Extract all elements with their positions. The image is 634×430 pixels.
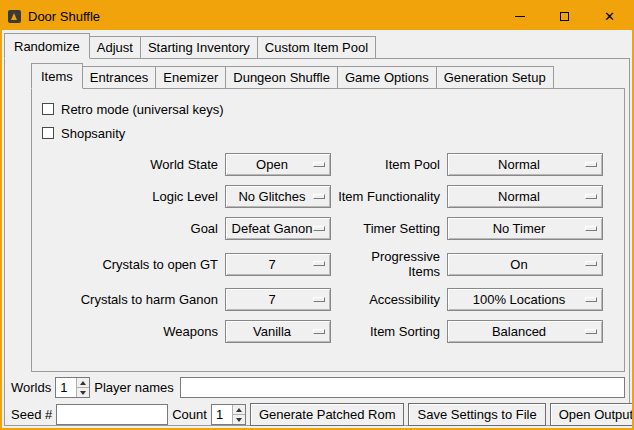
worlds-value: 1 [56, 378, 76, 397]
titlebar[interactable]: Door Shuffle ✕ [2, 2, 632, 30]
form-row: Crystals to open GT 7 Progressive Items … [40, 249, 616, 279]
worlds-spin-buttons [76, 378, 89, 397]
player-names-input[interactable] [180, 377, 625, 398]
goal-dropdown[interactable]: Defeat Ganon [225, 217, 331, 240]
shopsanity-checkbox[interactable] [42, 127, 54, 139]
item-pool-label: Item Pool [338, 157, 440, 172]
retro-mode-checkbox-row[interactable]: Retro mode (universal keys) [42, 97, 616, 121]
settings-form: World State Open Item Pool Normal [40, 153, 616, 343]
retro-mode-checkbox[interactable] [42, 103, 54, 115]
form-row: World State Open Item Pool Normal [40, 153, 616, 176]
tab-items[interactable]: Items [31, 63, 83, 89]
dropdown-value: No Timer [493, 221, 546, 236]
logic-level-dropdown[interactable]: No Glitches [225, 185, 331, 208]
dropdown-value: On [510, 257, 527, 272]
dropdown-indicator-icon [585, 297, 597, 302]
spin-down-icon [80, 391, 86, 395]
accessibility-label: Accessibility [338, 292, 440, 307]
tab-entrances[interactable]: Entrances [82, 66, 157, 89]
bottom-controls: Worlds 1 Player names Seed # Count [5, 372, 629, 430]
progressive-items-dropdown[interactable]: On [447, 253, 603, 276]
dropdown-indicator-icon [585, 261, 597, 266]
form-row: Crystals to harm Ganon 7 Accessibility 1… [40, 288, 616, 311]
retro-mode-label: Retro mode (universal keys) [61, 102, 224, 117]
crystals-gt-label: Crystals to open GT [40, 257, 218, 272]
dropdown-indicator-icon [313, 297, 325, 302]
dropdown-indicator-icon [585, 226, 597, 231]
shopsanity-checkbox-row[interactable]: Shopsanity [42, 121, 616, 145]
tab-custom-item-pool[interactable]: Custom Item Pool [257, 36, 376, 59]
spin-up-icon [236, 408, 242, 412]
dropdown-indicator-icon [585, 329, 597, 334]
tab-enemizer[interactable]: Enemizer [155, 66, 226, 89]
count-label: Count [172, 407, 207, 422]
dropdown-indicator-icon [313, 226, 325, 231]
tab-adjust[interactable]: Adjust [89, 36, 141, 59]
item-sorting-dropdown[interactable]: Balanced [447, 320, 603, 343]
worlds-spinbox[interactable]: 1 [55, 377, 90, 398]
close-icon: ✕ [604, 10, 615, 23]
world-state-dropdown[interactable]: Open [225, 153, 331, 176]
tab-game-options[interactable]: Game Options [337, 66, 437, 89]
count-spinbox[interactable]: 1 [211, 404, 246, 425]
items-tab-panel: Retro mode (universal keys) Shopsanity W… [31, 89, 625, 372]
dropdown-value: Open [256, 157, 288, 172]
seed-input[interactable] [56, 404, 168, 425]
open-output-directory-button[interactable]: Open Output Directory [550, 403, 634, 426]
dropdown-value: Vanilla [253, 324, 291, 339]
count-spin-buttons [232, 405, 245, 424]
seed-row: Seed # Count 1 Generate Patched Rom Save… [9, 403, 625, 426]
maximize-button[interactable] [542, 2, 587, 30]
item-functionality-dropdown[interactable]: Normal [447, 185, 603, 208]
count-value: 1 [212, 405, 232, 424]
dropdown-indicator-icon [313, 329, 325, 334]
spin-up-button[interactable] [233, 405, 245, 414]
spin-up-button[interactable] [77, 378, 89, 387]
dropdown-indicator-icon [585, 194, 597, 199]
item-pool-dropdown[interactable]: Normal [447, 153, 603, 176]
shopsanity-label: Shopsanity [61, 126, 125, 141]
dropdown-indicator-icon [585, 162, 597, 167]
progressive-items-label: Progressive Items [338, 249, 440, 279]
spin-down-button[interactable] [77, 387, 89, 397]
window-title: Door Shuffle [28, 9, 100, 24]
close-button[interactable]: ✕ [587, 2, 632, 30]
item-sorting-label: Item Sorting [338, 324, 440, 339]
dropdown-value: Balanced [492, 324, 546, 339]
form-row: Logic Level No Glitches Item Functionali… [40, 185, 616, 208]
minimize-button[interactable] [497, 2, 542, 30]
main-tabstrip: Randomize Adjust Starting Inventory Cust… [4, 33, 630, 59]
crystals-gt-dropdown[interactable]: 7 [225, 253, 331, 276]
tab-starting-inventory[interactable]: Starting Inventory [140, 36, 258, 59]
save-settings-button[interactable]: Save Settings to File [408, 403, 545, 426]
timer-setting-dropdown[interactable]: No Timer [447, 217, 603, 240]
tab-generation-setup[interactable]: Generation Setup [436, 66, 554, 89]
minimize-icon [515, 16, 525, 17]
generate-patched-rom-button[interactable]: Generate Patched Rom [250, 403, 405, 426]
weapons-dropdown[interactable]: Vanilla [225, 320, 331, 343]
dropdown-value: Defeat Ganon [232, 221, 313, 236]
item-functionality-label: Item Functionality [338, 189, 440, 204]
crystals-ganon-label: Crystals to harm Ganon [40, 292, 218, 307]
dropdown-indicator-icon [313, 162, 325, 167]
dropdown-value: No Glitches [238, 189, 305, 204]
dropdown-value: Normal [498, 157, 540, 172]
dropdown-value: Normal [498, 189, 540, 204]
seed-label: Seed # [11, 407, 52, 422]
weapons-label: Weapons [40, 324, 218, 339]
spin-up-icon [80, 381, 86, 385]
tab-randomize[interactable]: Randomize [4, 33, 90, 59]
dropdown-indicator-icon [313, 261, 325, 266]
app-window: Door Shuffle ✕ Randomize Adjust Starting… [0, 0, 634, 430]
world-state-label: World State [40, 157, 218, 172]
tab-dungeon-shuffle[interactable]: Dungeon Shuffle [225, 66, 338, 89]
spin-down-button[interactable] [233, 414, 245, 424]
form-row: Weapons Vanilla Item Sorting Balanced [40, 320, 616, 343]
worlds-label: Worlds [11, 380, 51, 395]
player-names-label: Player names [94, 380, 173, 395]
accessibility-dropdown[interactable]: 100% Locations [447, 288, 603, 311]
crystals-ganon-dropdown[interactable]: 7 [225, 288, 331, 311]
app-icon [7, 9, 22, 24]
form-row: Goal Defeat Ganon Timer Setting No Timer [40, 217, 616, 240]
spin-down-icon [236, 418, 242, 422]
